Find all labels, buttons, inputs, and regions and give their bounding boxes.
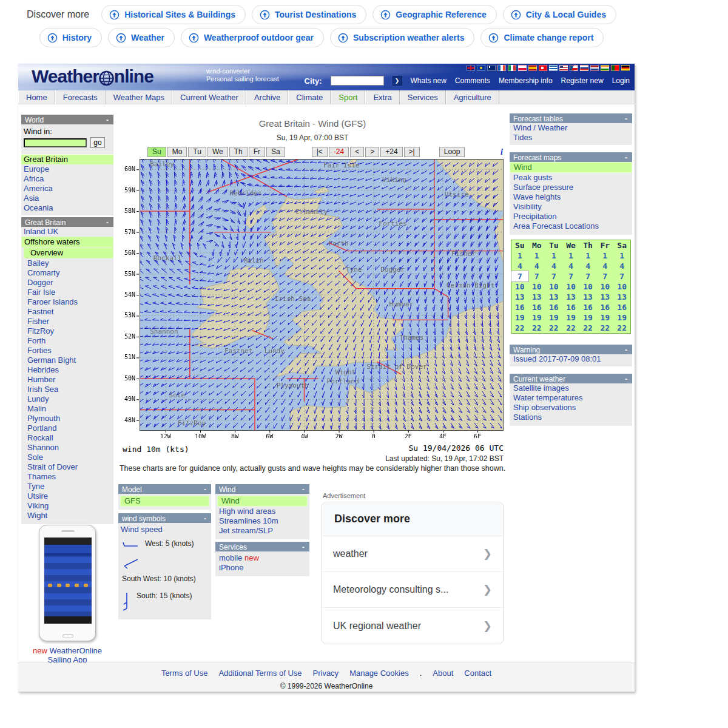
- sidebar-item-shannon[interactable]: Shannon: [21, 443, 113, 453]
- nav-item-weather-maps[interactable]: Weather Maps: [106, 90, 172, 104]
- info-icon[interactable]: i: [500, 147, 503, 157]
- nav-item-agriculture[interactable]: Agriculture: [446, 90, 499, 104]
- current-weather-link-satellite-images[interactable]: Satellite images: [510, 383, 632, 393]
- time-cell-su-10[interactable]: 10: [511, 281, 528, 292]
- sidebar-item-forth[interactable]: Forth: [21, 336, 113, 346]
- nav-item-current-weather[interactable]: Current Weather: [172, 90, 246, 104]
- time-cell-mo-19[interactable]: 19: [528, 312, 545, 323]
- nav-item-sport[interactable]: Sport: [331, 90, 365, 104]
- sidebar-item-hebrides[interactable]: Hebrides: [21, 365, 113, 375]
- discover-chip-geographic-reference[interactable]: Geographic Reference: [372, 5, 496, 24]
- sidebar-item-fitzroy[interactable]: FitzRoy: [21, 326, 113, 336]
- forecast-map-item-area-forecast-locations[interactable]: Area Forecast Locations: [510, 221, 632, 231]
- forecast-map-item-peak-gusts[interactable]: Peak gusts: [510, 173, 632, 183]
- footer-link-additional-terms-of-use[interactable]: Additional Terms of Use: [218, 669, 302, 678]
- flag-icon-in[interactable]: [601, 65, 609, 71]
- time-cell-we-10[interactable]: 10: [562, 281, 579, 292]
- forecast-map-item-visibility[interactable]: Visibility: [510, 202, 632, 212]
- time-cell-tu-19[interactable]: 19: [545, 312, 562, 323]
- region-item-asia[interactable]: Asia: [21, 194, 113, 203]
- flag-icon-eu[interactable]: [477, 65, 485, 71]
- time-cell-we-19[interactable]: 19: [562, 312, 579, 323]
- wind-in-input[interactable]: [24, 138, 87, 147]
- flag-icon-fr[interactable]: [497, 65, 506, 71]
- time-cell-sa-22[interactable]: 22: [613, 323, 630, 334]
- footer-link-contact[interactable]: Contact: [464, 669, 491, 678]
- time-cell-th-16[interactable]: 16: [579, 302, 596, 312]
- nav-item-climate[interactable]: Climate: [288, 90, 331, 104]
- time-cell-fr-7[interactable]: 7: [596, 271, 613, 281]
- time-cell-mo-1[interactable]: 1: [528, 251, 545, 261]
- step-button-[interactable]: <: [350, 147, 364, 157]
- weatheronline-logo[interactable]: Weathernline: [32, 66, 153, 87]
- nav-item-home[interactable]: Home: [18, 90, 55, 104]
- flag-icon-gr[interactable]: [549, 65, 558, 71]
- time-cell-fr-10[interactable]: 10: [596, 281, 613, 292]
- time-cell-su-4[interactable]: 4: [511, 261, 528, 271]
- time-cell-fr-4[interactable]: 4: [596, 261, 613, 271]
- sidebar-item-lundy[interactable]: Lundy: [21, 394, 113, 404]
- flag-icon-gb[interactable]: [467, 65, 475, 71]
- sidebar-item-malin[interactable]: Malin: [21, 404, 113, 414]
- sidebar-item-fisher[interactable]: Fisher: [21, 317, 113, 326]
- time-cell-sa-7[interactable]: 7: [613, 271, 630, 281]
- world-collapse-button[interactable]: -: [106, 116, 110, 124]
- current-weather-collapse[interactable]: -: [625, 375, 629, 383]
- sidebar-item-sole[interactable]: Sole: [21, 453, 113, 462]
- discover-chip-subscription-weather-alerts[interactable]: Subscription weather alerts: [330, 28, 475, 47]
- wind-link-item-jet-stream-slp[interactable]: Jet stream/SLP: [215, 526, 309, 536]
- time-cell-sa-10[interactable]: 10: [613, 281, 630, 292]
- time-cell-th-1[interactable]: 1: [579, 251, 596, 261]
- discover-chip-historical-sites-buildings[interactable]: Historical Sites & Buildings: [101, 5, 246, 24]
- time-cell-sa-1[interactable]: 1: [613, 251, 630, 261]
- sidebar-item-plymouth[interactable]: Plymouth: [21, 414, 113, 423]
- time-cell-we-13[interactable]: 13: [562, 292, 579, 302]
- sidebar-item-inland-uk[interactable]: Inland UK: [21, 227, 113, 237]
- flag-icon-pt[interactable]: [611, 65, 619, 71]
- sidebar-item-overview[interactable]: Overview: [24, 248, 113, 258]
- time-cell-th-13[interactable]: 13: [579, 292, 596, 302]
- header-link-whats-new[interactable]: Whats new: [411, 76, 447, 85]
- time-cell-we-7[interactable]: 7: [562, 271, 579, 281]
- header-link-login[interactable]: Login: [612, 76, 630, 85]
- time-cell-tu-7[interactable]: 7: [545, 271, 562, 281]
- wind-map-canvas[interactable]: [121, 158, 505, 438]
- time-cell-tu-13[interactable]: 13: [545, 292, 562, 302]
- time-cell-sa-13[interactable]: 13: [613, 292, 630, 302]
- sidebar-item-thames[interactable]: Thames: [21, 472, 113, 482]
- header-link-comments[interactable]: Comments: [455, 76, 490, 85]
- ad-item-weather[interactable]: weather❯: [322, 536, 503, 572]
- header-link-membership-info[interactable]: Membership info: [499, 76, 553, 85]
- time-cell-fr-19[interactable]: 19: [596, 312, 613, 323]
- time-cell-tu-1[interactable]: 1: [545, 251, 562, 261]
- sidebar-item-faroer-islands[interactable]: Faroer Islands: [21, 297, 113, 307]
- sidebar-item-german-bight[interactable]: German Bight: [21, 356, 113, 365]
- time-cell-mo-16[interactable]: 16: [528, 302, 545, 312]
- time-cell-we-22[interactable]: 22: [562, 323, 579, 334]
- footer-link-terms-of-use[interactable]: Terms of Use: [161, 669, 208, 678]
- current-weather-link-stations[interactable]: Stations: [510, 413, 632, 422]
- sidebar-item-irish-sea[interactable]: Irish Sea: [21, 385, 113, 394]
- nav-item-services[interactable]: Services: [400, 90, 446, 104]
- flag-icon-pl[interactable]: [518, 65, 527, 71]
- day-tab-fr[interactable]: Fr: [249, 147, 265, 157]
- step-button-[interactable]: >|: [404, 147, 420, 157]
- forecast-table-link-tides[interactable]: Tides: [510, 133, 632, 143]
- time-cell-tu-10[interactable]: 10: [545, 281, 562, 292]
- day-tab-mo[interactable]: Mo: [167, 147, 187, 157]
- forecast-map-item-surface-pressure[interactable]: Surface pressure: [510, 183, 632, 192]
- day-tab-su[interactable]: Su: [147, 147, 166, 157]
- discover-chip-city-local-guides[interactable]: City & Local Guides: [503, 5, 616, 24]
- day-tab-tu[interactable]: Tu: [188, 147, 206, 157]
- discover-chip-weather[interactable]: Weather: [108, 28, 175, 47]
- sidebar-item-humber[interactable]: Humber: [21, 375, 113, 385]
- forecast-map-item-wave-heights[interactable]: Wave heights: [510, 192, 632, 202]
- step-button-[interactable]: |<: [312, 147, 328, 157]
- day-tab-sa[interactable]: Sa: [266, 147, 285, 157]
- wind-link-item-wind[interactable]: Wind: [217, 496, 308, 507]
- flag-icon-cz[interactable]: [570, 65, 578, 71]
- sidebar-item-offshore-waters[interactable]: Offshore waters: [21, 237, 113, 248]
- sidebar-item-strait-of-dover[interactable]: Strait of Dover: [21, 462, 113, 472]
- time-cell-sa-19[interactable]: 19: [613, 312, 630, 323]
- sidebar-item-fastnet[interactable]: Fastnet: [21, 307, 113, 317]
